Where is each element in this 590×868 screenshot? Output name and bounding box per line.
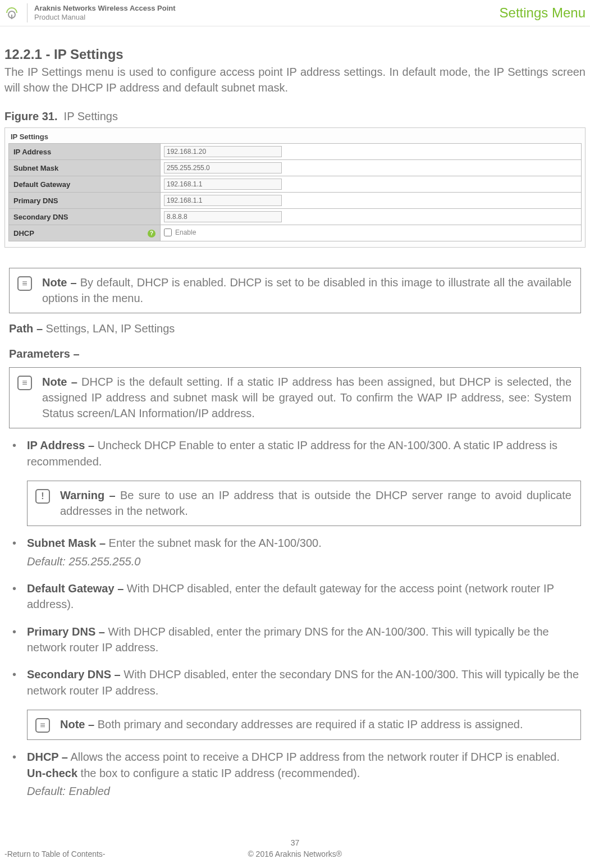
product-subtitle: Product Manual	[34, 13, 176, 22]
header-left: Araknis Networks Wireless Access Point P…	[3, 3, 176, 22]
dhcp-cell: Enable	[161, 225, 582, 241]
param-subnet-text: Enter the subnet mask for the AN-100/300…	[109, 537, 322, 549]
list-item: Subnet Mask – Enter the subnet mask for …	[9, 535, 581, 569]
ip-address-cell	[161, 144, 582, 160]
param-dhcp-uncheck: Un-check	[27, 767, 77, 779]
subnet-mask-input[interactable]	[164, 162, 282, 173]
ip-address-input[interactable]	[164, 146, 282, 157]
path-label: Path –	[9, 322, 43, 335]
table-row: IP Address	[9, 144, 582, 160]
param-dhcp-text-a: Allows the access point to receive a DHC…	[70, 751, 560, 763]
param-sdns-label: Secondary DNS –	[27, 668, 121, 680]
page-header: Araknis Networks Wireless Access Point P…	[0, 0, 590, 26]
note-box: Note – Both primary and secondary addres…	[27, 710, 581, 740]
warning-label: Warning –	[60, 489, 116, 501]
note-icon	[35, 718, 50, 733]
path-line: Path – Settings, LAN, IP Settings	[9, 322, 581, 335]
param-dhcp-text-b: the box to configure a static IP address…	[77, 767, 360, 779]
parameters-heading: Parameters –	[9, 348, 581, 360]
note-label: Note –	[60, 718, 94, 730]
table-row: DHCP ? Enable	[9, 225, 582, 241]
page-number: 37	[4, 838, 586, 847]
note-box: Note – DHCP is the default setting. If a…	[9, 367, 581, 428]
secondary-dns-input[interactable]	[164, 211, 282, 222]
footer-row: -Return to Table of Contents- © 2016 Ara…	[4, 849, 586, 858]
settings-menu-label: Settings Menu	[500, 5, 586, 21]
default-gateway-label: Default Gateway	[9, 176, 161, 193]
section-intro: The IP Settings menu is used to configur…	[4, 65, 586, 95]
note-label: Note –	[42, 276, 77, 289]
page-content: 12.2.1 - IP Settings The IP Settings men…	[0, 26, 590, 816]
note-text: Note – Both primary and secondary addres…	[60, 717, 523, 733]
secondary-dns-label: Secondary DNS	[9, 209, 161, 225]
note-body: DHCP is the default setting. If a static…	[42, 376, 571, 419]
help-icon[interactable]: ?	[148, 230, 155, 237]
param-ip-text: Uncheck DHCP Enable to enter a static IP…	[27, 439, 557, 467]
copyright: © 2016 Araknis Networks®	[248, 849, 342, 858]
dhcp-label-text: DHCP	[13, 229, 34, 237]
brand-logo-icon	[3, 4, 20, 21]
note-box: Note – By default, DHCP is enabled. DHCP…	[9, 268, 581, 313]
dhcp-enable-checkbox[interactable]	[164, 229, 172, 236]
param-pdns-text: With DHCP disabled, enter the primary DN…	[27, 625, 549, 654]
secondary-dns-cell	[161, 209, 582, 225]
parameters-list: DHCP – Allows the access point to receiv…	[9, 749, 581, 799]
note-icon	[17, 276, 32, 291]
subnet-mask-label: Subnet Mask	[9, 160, 161, 176]
header-titles: Araknis Networks Wireless Access Point P…	[34, 4, 176, 22]
primary-dns-input[interactable]	[164, 195, 282, 206]
table-row: Default Gateway	[9, 176, 582, 193]
note-text: Note – DHCP is the default setting. If a…	[42, 374, 571, 421]
table-row: Subnet Mask	[9, 160, 582, 176]
subnet-mask-cell	[161, 160, 582, 176]
section-heading: 12.2.1 - IP Settings	[4, 47, 586, 62]
param-dhcp-default: Default: Enabled	[27, 783, 581, 799]
param-dhcp-label: DHCP –	[27, 751, 68, 763]
note-icon	[17, 376, 32, 390]
param-subnet-default: Default: 255.255.255.0	[27, 554, 581, 569]
default-gateway-cell	[161, 176, 582, 193]
warning-body: Be sure to use an IP address that is out…	[60, 489, 571, 517]
dhcp-label: DHCP ?	[9, 225, 161, 241]
divider	[27, 3, 28, 22]
note-body: By default, DHCP is enabled. DHCP is set…	[42, 276, 571, 304]
page-footer: 37 -Return to Table of Contents- © 2016 …	[0, 838, 590, 864]
primary-dns-cell	[161, 193, 582, 209]
ip-settings-table: IP Address Subnet Mask Default Gateway P…	[8, 143, 582, 241]
dhcp-enable-label: Enable	[175, 229, 196, 236]
primary-dns-label: Primary DNS	[9, 193, 161, 209]
list-item: Default Gateway – With DHCP disabled, en…	[9, 581, 581, 613]
table-row: Primary DNS	[9, 193, 582, 209]
table-row: Secondary DNS	[9, 209, 582, 225]
figure-label: Figure 31.	[4, 110, 57, 122]
product-title: Araknis Networks Wireless Access Point	[34, 4, 176, 13]
warning-text: Warning – Be sure to use an IP address t…	[60, 488, 571, 519]
param-pdns-label: Primary DNS –	[27, 625, 105, 638]
param-ip-label: IP Address –	[27, 439, 94, 451]
return-to-toc-link[interactable]: -Return to Table of Contents-	[4, 849, 106, 858]
param-gateway-label: Default Gateway –	[27, 582, 124, 595]
dhcp-enable-control[interactable]: Enable	[164, 229, 196, 236]
note-label: Note –	[42, 376, 77, 388]
ip-settings-screenshot: IP Settings IP Address Subnet Mask Defau…	[4, 127, 586, 248]
list-item: DHCP – Allows the access point to receiv…	[9, 749, 581, 799]
ip-address-label: IP Address	[9, 144, 161, 160]
default-gateway-input[interactable]	[164, 179, 282, 190]
note-body: Both primary and secondary addresses are…	[98, 718, 523, 730]
path-value: Settings, LAN, IP Settings	[46, 322, 175, 335]
list-item: Primary DNS – With DHCP disabled, enter …	[9, 624, 581, 656]
parameters-list: Subnet Mask – Enter the subnet mask for …	[9, 535, 581, 698]
note-text: Note – By default, DHCP is enabled. DHCP…	[42, 275, 571, 306]
list-item: Secondary DNS – With DHCP disabled, ente…	[9, 666, 581, 698]
param-subnet-label: Subnet Mask –	[27, 537, 106, 549]
figure-title: IP Settings	[64, 110, 118, 122]
list-item: IP Address – Uncheck DHCP Enable to ente…	[9, 437, 581, 469]
figure-caption: Figure 31. IP Settings	[4, 110, 586, 123]
parameters-list: IP Address – Uncheck DHCP Enable to ente…	[9, 437, 581, 469]
warning-box: Warning – Be sure to use an IP address t…	[27, 481, 581, 526]
ip-settings-panel-title: IP Settings	[11, 133, 582, 141]
warning-icon	[35, 489, 50, 504]
